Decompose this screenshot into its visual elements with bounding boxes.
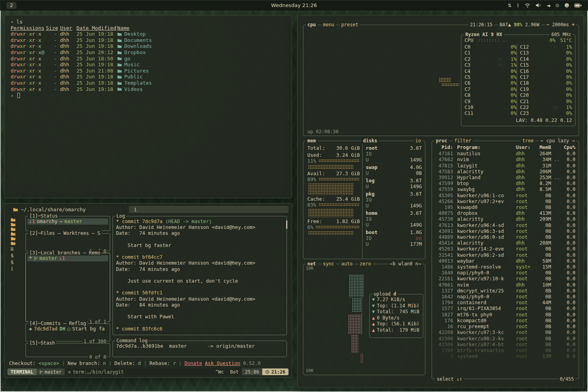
process-row[interactable]: 1640napi/phy0-0root0B0.0 [435,270,575,276]
status-panel-title[interactable]: [1]─Status [28,213,59,219]
battery-icon[interactable] [574,4,582,7]
process-row[interactable]: 40013waybardhh58M0.0 [435,258,575,264]
process-row[interactable]: 42208kworker/u97:3-kcroot0B0.0 [435,329,575,335]
user-icon[interactable]: ☻ [564,3,569,8]
process-row[interactable]: 1827mt76-tx phy0root0B0.0 [435,312,575,318]
donate-link[interactable]: Donate [184,360,202,366]
process-row[interactable]: 195kswapd0root0B0.0 [435,204,575,210]
process-row[interactable]: 16rcu_preemptroot0B0.0 [435,323,575,329]
process-row[interactable]: 40075dropboxdhh413M0.0 [435,210,575,216]
process-row[interactable]: 45266kworker/u97:2+evroot0B0.0 [435,198,575,204]
process-row[interactable]: 47559swaybgdhh8.5M0.0 [435,186,575,192]
commit-hash-line[interactable]: * commit 7dc9d7a (HEAD -> master) [116,219,283,225]
log-panel-title[interactable]: Log [115,213,126,219]
cpu-panel-title[interactable]: cpu [306,22,318,28]
process-row[interactable]: 47815lazygitdhh31M0.0 [435,163,575,169]
filter-button[interactable]: filter [453,138,473,144]
header-pid[interactable]: Pid: [435,144,453,150]
commits-panel-title[interactable]: [4]─Commits — Reflog [28,321,87,326]
header-user[interactable]: User: [513,144,533,150]
process-row[interactable]: 22161kworker/u97:10-kroot0B0.0 [435,276,575,281]
menu-button[interactable]: menu [321,22,336,28]
status-row[interactable]: ↓1 omarchy → master [27,218,108,225]
net-interface-switcher[interactable]: ←b wlan0 n→ [388,261,423,267]
process-row[interactable]: 39912Hyprlanddhh253M..0.0 [435,174,575,180]
log-panel[interactable]: Log * commit 7dc9d7a (HEAD -> master)Aut… [113,216,287,335]
proc-panel-title[interactable]: proc [434,138,449,144]
process-row[interactable]: 47613kworker/u96:4-sdroot0B0.0 [435,222,575,228]
keybinding[interactable]: New branch: n [67,360,106,366]
volume-icon[interactable] [535,3,541,7]
process-pid: 1827 [435,312,453,318]
process-row[interactable]: 47161nautilusdhh264M0.0 [435,151,575,156]
disks-panel-title[interactable]: disks [361,138,379,144]
ask-question-link[interactable]: Ask Question [205,360,240,366]
workspace-indicator[interactable]: 2 [6,2,16,9]
interval-plus-button[interactable]: + [572,22,575,27]
keybinding[interactable]: Rebase: r [149,360,176,366]
process-row[interactable]: 1642napi/phy0-0root0B0.0 [435,294,575,299]
sort-mode-switcher[interactable]: ← cpu lazy → [539,138,576,144]
process-row[interactable]: 47661nvimdhh10M0.0 [435,282,575,288]
interval-minus-button[interactable]: − [546,22,549,27]
branch-row[interactable]: * master ↓1 [27,255,108,261]
header-cpu[interactable]: Cpu% [560,144,575,150]
screen-record-icon[interactable]: ⊙ [555,3,559,8]
header-memory[interactable]: MemB [533,144,551,150]
net-sync-button[interactable]: sync [321,261,336,267]
tab-bar[interactable]: 1 [129,206,289,213]
media-prev-icon[interactable]: ◄ [546,3,550,8]
process-row[interactable]: 45305kworker/u96:1-coroot0B0.0 [435,192,575,198]
preset-button[interactable]: preset [340,22,360,28]
commits-panel[interactable]: [4]─Commits — Reflog ◆ 7dc9d7ad DH ○ Sta… [25,323,110,341]
bluetooth-icon[interactable]: ᛒ [517,3,519,8]
io-mode-button[interactable]: io [414,138,423,144]
process-row[interactable]: 31541kworker/u96:2-sdroot0B0.0 [435,252,575,258]
commit-hash-line[interactable]: * commit bf64cc7 [116,254,283,260]
process-row[interactable]: 42306kworker/u98:2-kvroot0B0.0 [435,336,575,341]
branches-panel[interactable]: [3]─Local branches — Remo * master ↓1 1 … [25,253,110,322]
process-row[interactable]: 1systemdroot13M0.0 [435,353,575,359]
keybinding[interactable]: Delete: d [114,360,141,366]
net-zero-button[interactable]: zero [358,261,373,267]
process-row[interactable]: 45414alacrittydhh208M0.0 [435,240,575,246]
tree-toggle-button[interactable]: tree [521,138,535,144]
process-row[interactable]: 176kcompactd0root0B0.0 [435,318,575,323]
files-panel[interactable]: [2]─Files — Worktrees — S 0 of 0 [25,233,110,251]
process-row[interactable]: 1577irq/81-PIXA3854root0B0.0 [435,305,575,311]
process-row[interactable]: 42309kworker/u97:4-btroot0B0.0 [435,341,575,347]
files-panel-title[interactable]: [2]─Files — Worktrees — S [28,230,102,236]
status-panel[interactable]: [1]─Status ↓1 omarchy → master [25,216,110,231]
process-user: root [513,234,533,240]
clock[interactable]: Wednesday 21:26 [271,2,317,8]
commit-hash-line[interactable]: * commit 56fdfc1 [116,290,283,296]
terminal-cursor[interactable] [17,93,20,98]
net-auto-button[interactable]: auto [340,261,354,267]
keybinding[interactable]: Checkout: <space> [9,360,59,366]
process-row[interactable]: 43091kworker/u96:3-sdroot0B0.0 [435,228,575,234]
process-row[interactable]: 44889kworker/u96:0-sdroot0B0.0 [435,234,575,240]
file-name-label: Pictures [124,68,149,74]
log-scrollbar[interactable] [286,220,287,229]
mem-panel-title[interactable]: mem [306,138,318,144]
branches-panel-title[interactable]: [3]─Local branches — Remo [28,250,102,256]
process-row[interactable]: 1486systemd-resolvesyst+15M0.0 [435,264,575,270]
updates-icon[interactable]: ⇅ [508,3,512,8]
process-row[interactable]: 47599btopdhh8.2M0.0 [435,180,575,186]
process-pid: 1577 [435,305,453,311]
net-stats-key[interactable]: d [394,291,396,297]
stash-panel-title[interactable]: [5]─Stash [28,340,56,346]
commit-row[interactable]: ◆ 7dc9d7ad DH ○ Start bg fa [27,326,108,332]
process-row[interactable]: 1380btrfs-transactioroot0B0.0 [435,347,575,353]
process-row[interactable]: 1327dmcrypt_write/25root0B0.0 [435,288,575,294]
process-row[interactable]: 47662nvimdhh34M..0.0 [435,156,575,162]
process-row[interactable]: 45263kworker/14:2-everoot0B0.0 [435,246,575,252]
wifi-icon[interactable] [524,3,530,8]
header-program[interactable]: Program: [453,144,513,150]
process-row[interactable]: 47583alacrittydhh206M0.0 [435,169,575,174]
process-row[interactable]: 45730alacrittydhh209M0.0 [435,216,575,222]
disk-used-value: 149G [410,157,422,163]
commit-hash-line[interactable]: * commit 83fc6c6 [116,326,283,332]
process-row[interactable]: 1794containerdroot44M0.0 [435,299,575,305]
stash-panel[interactable]: [5]─Stash 0 of 0 [25,343,110,357]
